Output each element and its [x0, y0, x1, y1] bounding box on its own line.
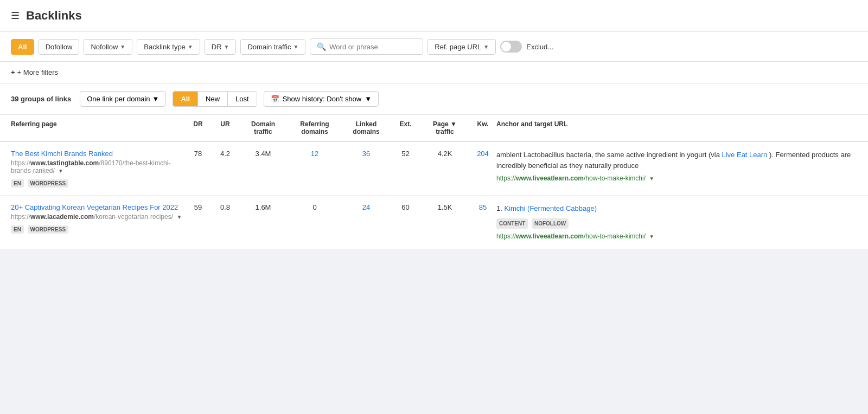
- url-chevron-icon[interactable]: ▼: [58, 168, 63, 174]
- kw-cell-2[interactable]: 85: [469, 203, 496, 211]
- exclude-toggle[interactable]: [500, 41, 522, 53]
- more-filters-btn[interactable]: + + More filters: [11, 66, 857, 79]
- domain-traffic-cell: 3.4M: [239, 150, 288, 158]
- groups-count-label: 39 groups of links: [11, 95, 71, 103]
- link-per-domain-dropdown[interactable]: One link per domain ▼: [80, 91, 166, 107]
- anchor-chevron-icon-2[interactable]: ▼: [649, 232, 654, 241]
- col-domain-traffic: Domaintraffic: [239, 120, 288, 135]
- anchor-url-cell-2: 1. Kimchi (Fermented Cabbage) CONTENT NO…: [496, 203, 857, 241]
- table-row: The Best Kimchi Brands Ranked https://ww…: [0, 142, 868, 196]
- dr-cell-2: 59: [184, 203, 212, 211]
- table-row: 20+ Captivating Korean Vegetarian Recipe…: [0, 196, 868, 249]
- filter-all-btn[interactable]: All: [11, 39, 34, 55]
- col-anchor-url: Anchor and target URL: [496, 120, 857, 135]
- tab-group: All New Lost: [173, 91, 257, 107]
- show-history-btn[interactable]: 📅 Show history: Don't show ▼: [264, 91, 379, 107]
- referring-page-link[interactable]: The Best Kimchi Brands Ranked: [11, 150, 113, 158]
- search-icon: 🔍: [317, 42, 326, 51]
- more-filters-bar: + + More filters: [0, 62, 868, 83]
- referring-page-cell: The Best Kimchi Brands Ranked https://ww…: [11, 150, 184, 187]
- linked-domains-cell-2[interactable]: 24: [342, 203, 391, 211]
- filter-dofollow-btn[interactable]: Dofollow: [39, 39, 80, 55]
- url-chevron-icon-2[interactable]: ▼: [176, 214, 182, 220]
- header: ☰ Backlinks: [0, 0, 868, 32]
- anchor-link-2[interactable]: Kimchi (Fermented Cabbage): [504, 204, 597, 212]
- col-referring-page: Referring page: [11, 120, 184, 135]
- kw-cell[interactable]: 204: [469, 150, 496, 158]
- badge-nofollow: NOFOLLOW: [532, 218, 569, 229]
- col-referring-domains: Referringdomains: [288, 120, 342, 135]
- more-filters-label: + More filters: [17, 68, 59, 76]
- linked-domains-cell[interactable]: 36: [342, 150, 391, 158]
- tab-new[interactable]: New: [198, 92, 228, 106]
- badge-en: EN: [11, 179, 24, 187]
- badge-wordpress-2: WORDPRESS: [28, 225, 69, 234]
- ur-cell: 4.2: [212, 150, 239, 158]
- referring-page-link-2[interactable]: 20+ Captivating Korean Vegetarian Recipe…: [11, 203, 178, 211]
- dr-dropdown[interactable]: DR ▼: [205, 39, 237, 55]
- ur-cell-2: 0.8: [212, 203, 239, 211]
- anchor-link[interactable]: Live Eat Learn: [722, 151, 768, 159]
- menu-icon[interactable]: ☰: [11, 10, 20, 22]
- filter-nofollow-btn[interactable]: Nofollow ▼: [84, 39, 132, 55]
- domain-traffic-dropdown[interactable]: Domain traffic ▼: [240, 39, 305, 55]
- domain-traffic-cell-2: 1.6M: [239, 203, 288, 211]
- page-traffic-cell-2: 1.5K: [420, 203, 469, 211]
- col-linked-domains: Linkeddomains: [342, 120, 391, 135]
- table-header: Referring page DR UR Domaintraffic Refer…: [0, 115, 868, 142]
- referring-domains-cell-2: 0: [288, 203, 342, 211]
- referring-page-cell-2: 20+ Captivating Korean Vegetarian Recipe…: [11, 203, 184, 234]
- badge-en-2: EN: [11, 225, 24, 234]
- ext-cell: 52: [391, 150, 420, 158]
- col-kw: Kw.: [469, 120, 496, 135]
- ref-page-url-dropdown[interactable]: Ref. page URL ▼: [427, 39, 496, 55]
- col-dr: DR: [184, 120, 212, 135]
- anchor-chevron-icon[interactable]: ▼: [649, 174, 654, 183]
- badge-wordpress: WORDPRESS: [28, 179, 69, 187]
- col-ur: UR: [212, 120, 239, 135]
- col-ext: Ext.: [391, 120, 420, 135]
- ext-cell-2: 60: [391, 203, 420, 211]
- table-container: Referring page DR UR Domaintraffic Refer…: [0, 115, 868, 249]
- page-traffic-cell: 4.2K: [420, 150, 469, 158]
- backlink-type-dropdown[interactable]: Backlink type ▼: [137, 39, 200, 55]
- calendar-icon: 📅: [271, 95, 279, 103]
- search-input[interactable]: [329, 43, 416, 51]
- badge-content: CONTENT: [496, 218, 528, 229]
- dr-cell: 78: [184, 150, 212, 158]
- exclude-label: Exclud...: [526, 43, 553, 51]
- referring-domains-cell[interactable]: 12: [288, 150, 342, 158]
- anchor-url-cell: ambient Lactobacillus bacteria, the same…: [496, 150, 857, 183]
- plus-icon: +: [11, 68, 15, 76]
- page-title: Backlinks: [26, 9, 82, 23]
- col-page-traffic: Page ▼traffic: [420, 120, 469, 135]
- tab-lost[interactable]: Lost: [228, 92, 257, 106]
- filters-bar: All Dofollow Nofollow ▼ Backlink type ▼ …: [0, 32, 868, 62]
- toolbar: 39 groups of links One link per domain ▼…: [0, 83, 868, 115]
- search-box: 🔍: [310, 38, 423, 55]
- tab-all[interactable]: All: [173, 92, 198, 106]
